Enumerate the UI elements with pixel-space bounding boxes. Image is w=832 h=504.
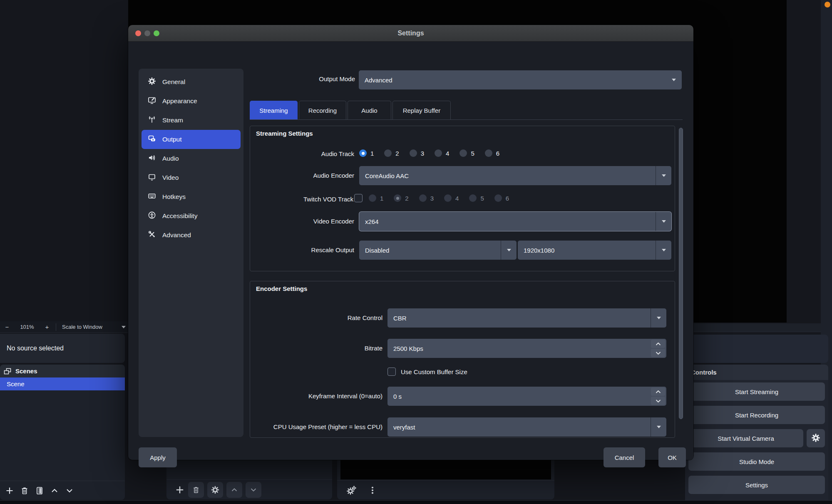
rescale-output-label: Rescale Output	[250, 246, 354, 253]
custom-buffer-checkbox[interactable]	[387, 367, 396, 376]
audio-encoder-dropdown[interactable]: CoreAudio AAC	[359, 166, 671, 185]
radio-track-4[interactable]	[435, 149, 442, 157]
studio-mode-button[interactable]: Studio Mode	[688, 452, 825, 471]
cpu-preset-dropdown[interactable]: veryfast	[387, 417, 666, 437]
twitch-vod-radio-group: 1 2 3 4 5 6	[369, 194, 516, 202]
settings-scrollbar[interactable]	[678, 127, 683, 462]
sidebar-item-label: General	[162, 78, 185, 86]
radio-label: 2	[395, 150, 399, 157]
tab-audio[interactable]: Audio	[348, 101, 391, 120]
remove-source-button[interactable]	[188, 482, 204, 498]
scene-list-item[interactable]: Scene	[0, 377, 125, 390]
chevron-down-icon[interactable]	[122, 326, 126, 328]
remove-scene-button[interactable]	[20, 486, 29, 495]
vod-radio-track-2[interactable]	[394, 194, 401, 202]
video-icon	[148, 173, 156, 183]
start-virtual-camera-button[interactable]: Start Virtual Camera	[688, 429, 803, 447]
add-scene-button[interactable]	[5, 486, 14, 495]
zoom-level-value: 101%	[14, 324, 40, 330]
video-encoder-dropdown[interactable]: x264	[359, 212, 671, 231]
rescale-output-dropdown[interactable]: Disabled	[359, 241, 517, 260]
advanced-audio-properties-button[interactable]	[346, 485, 357, 496]
cancel-button[interactable]: Cancel	[604, 447, 645, 467]
rate-control-label: Rate Control	[250, 314, 382, 321]
status-bar	[0, 500, 832, 504]
video-encoder-value: x264	[359, 218, 379, 225]
gear-icon	[148, 77, 156, 87]
tab-recording[interactable]: Recording	[299, 101, 346, 120]
spinner-up-button[interactable]	[651, 340, 665, 348]
video-encoder-label: Video Encoder	[250, 218, 354, 225]
spinner-down-button[interactable]	[651, 397, 665, 405]
twitch-vod-checkbox[interactable]	[354, 194, 363, 202]
move-scene-up-button[interactable]	[50, 486, 59, 495]
spinner-up-button[interactable]	[651, 387, 665, 396]
controls-dock-header: Controls	[685, 365, 828, 380]
zoom-out-button[interactable]: −	[0, 323, 14, 330]
spinner-down-button[interactable]	[651, 349, 665, 357]
sidebar-item-hotkeys[interactable]: Hotkeys	[142, 187, 241, 206]
output-mode-dropdown[interactable]: Advanced	[359, 70, 682, 89]
tab-streaming[interactable]: Streaming	[250, 101, 298, 120]
zoom-window-button[interactable]	[154, 30, 159, 36]
minimize-window-button[interactable]	[144, 30, 150, 36]
move-source-up-button[interactable]	[226, 482, 242, 498]
ok-button[interactable]: OK	[658, 447, 686, 467]
vod-radio-track-6[interactable]	[494, 194, 502, 202]
chevron-down-icon	[651, 417, 666, 437]
audio-encoder-value: CoreAudio AAC	[359, 172, 409, 179]
zoom-in-button[interactable]: +	[40, 323, 54, 330]
keyframe-interval-value: 0 s	[387, 393, 402, 400]
start-streaming-button[interactable]: Start Streaming	[688, 382, 825, 401]
stream-icon	[148, 115, 156, 125]
radio-track-3[interactable]	[410, 149, 417, 157]
streaming-settings-group: Streaming Settings Audio Track 1 2 3 4 5…	[250, 126, 675, 271]
no-source-text: No source selected	[7, 345, 64, 352]
sidebar-item-output[interactable]: Output	[142, 130, 241, 149]
radio-track-5[interactable]	[459, 149, 467, 157]
radio-label: 5	[480, 195, 484, 202]
close-window-button[interactable]	[135, 30, 141, 36]
vod-radio-track-5[interactable]	[469, 194, 477, 202]
mixer-menu-kebab-icon[interactable]	[368, 486, 377, 495]
apply-button[interactable]: Apply	[139, 447, 177, 467]
vod-radio-track-4[interactable]	[444, 194, 452, 202]
sidebar-item-audio[interactable]: Audio	[142, 149, 241, 168]
scrollbar-thumb[interactable]	[679, 128, 683, 419]
rate-control-value: CBR	[387, 315, 407, 322]
virtual-camera-settings-button[interactable]	[807, 429, 825, 447]
tab-replay-buffer[interactable]: Replay Buffer	[392, 101, 451, 120]
bitrate-field[interactable]: 2500 Kbps	[387, 339, 666, 358]
sidebar-item-general[interactable]: General	[142, 72, 241, 92]
rate-control-dropdown[interactable]: CBR	[387, 308, 666, 328]
start-recording-button[interactable]: Start Recording	[688, 406, 825, 424]
sidebar-item-label: Stream	[162, 117, 183, 124]
dialog-titlebar[interactable]: Settings	[128, 25, 693, 42]
chevron-down-icon	[656, 241, 671, 260]
move-scene-down-button[interactable]	[65, 486, 74, 495]
vod-radio-track-3[interactable]	[419, 194, 427, 202]
settings-button[interactable]: Settings	[688, 476, 825, 494]
radio-track-2[interactable]	[384, 149, 392, 157]
sidebar-item-stream[interactable]: Stream	[142, 111, 241, 130]
move-source-down-button[interactable]	[246, 482, 261, 498]
dialog-body: General Appearance Stream Output Audio	[128, 42, 693, 460]
sidebar-item-advanced[interactable]: Advanced	[142, 226, 241, 245]
rescale-resolution-value: 1920x1080	[518, 247, 554, 254]
radio-track-6[interactable]	[485, 149, 492, 157]
sidebar-item-appearance[interactable]: Appearance	[142, 92, 241, 111]
add-source-button[interactable]	[175, 485, 185, 495]
rescale-resolution-combo[interactable]: 1920x1080	[518, 241, 671, 260]
scene-filters-button[interactable]	[35, 486, 44, 495]
keyframe-interval-field[interactable]: 0 s	[387, 387, 666, 406]
bitrate-spinner	[651, 340, 665, 357]
sidebar-item-accessibility[interactable]: Accessibility	[142, 206, 241, 226]
scene-list-area[interactable]	[0, 390, 125, 482]
source-properties-button[interactable]	[207, 482, 223, 498]
scale-mode-dropdown[interactable]: Scale to Window	[58, 324, 122, 330]
vod-radio-track-1[interactable]	[369, 194, 376, 202]
sidebar-item-video[interactable]: Video	[142, 168, 241, 187]
radio-label: 3	[430, 195, 434, 202]
radio-label: 6	[496, 150, 499, 157]
radio-track-1[interactable]	[359, 149, 367, 157]
